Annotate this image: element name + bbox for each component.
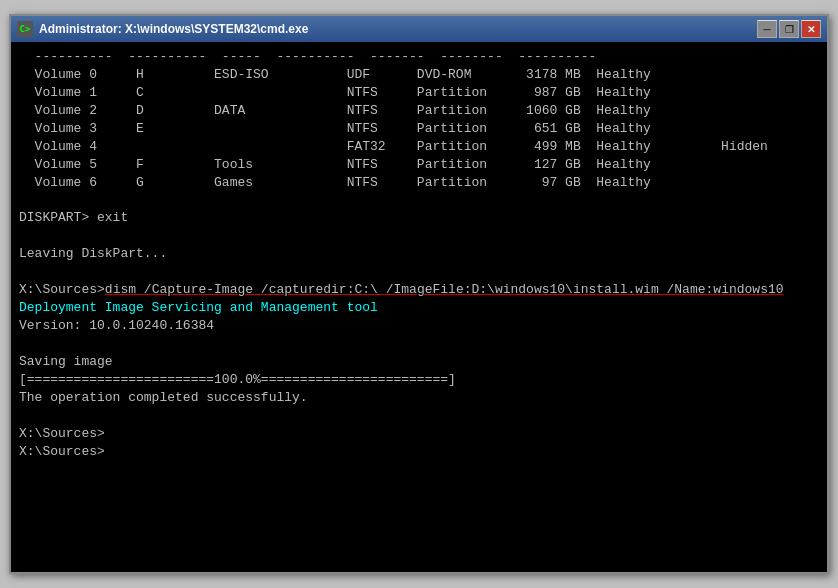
blank-1: [19, 192, 819, 210]
blank-3: [19, 263, 819, 281]
volume-row-4: Volume 4 FAT32 Partition 499 MB Healthy …: [19, 138, 819, 156]
diskpart-exit: DISKPART> exit: [19, 209, 819, 227]
volume-row-0: Volume 0 H ESD-ISO UDF DVD-ROM 3178 MB H…: [19, 66, 819, 84]
dism-command-line: X:\Sources>dism /Capture-Image /captured…: [19, 281, 819, 299]
volume-row-5: Volume 5 F Tools NTFS Partition 127 GB H…: [19, 156, 819, 174]
blank-5: [19, 407, 819, 425]
leaving-diskpart: Leaving DiskPart...: [19, 245, 819, 263]
window-title: Administrator: X:\windows\SYSTEM32\cmd.e…: [39, 22, 757, 36]
saving-line: Saving image: [19, 353, 819, 371]
dism-cmd: dism /Capture-Image /capturedir:C:\ /Ima…: [105, 282, 784, 297]
volume-row-3: Volume 3 E NTFS Partition 651 GB Healthy: [19, 120, 819, 138]
cmd-window: C> Administrator: X:\windows\SYSTEM32\cm…: [9, 14, 829, 574]
success-line: The operation completed successfully.: [19, 389, 819, 407]
volume-row-2: Volume 2 D DATA NTFS Partition 1060 GB H…: [19, 102, 819, 120]
minimize-button[interactable]: ─: [757, 20, 777, 38]
prompt-2: X:\Sources>: [19, 443, 819, 461]
volume-row-1: Volume 1 C NTFS Partition 987 GB Healthy: [19, 84, 819, 102]
progress-bar: [========================100.0%=========…: [19, 371, 819, 389]
dism-version: Version: 10.0.10240.16384: [19, 317, 819, 335]
window-controls: ─ ❐ ✕: [757, 20, 821, 38]
terminal-output: ---------- ---------- ----- ---------- -…: [11, 42, 827, 572]
volume-row-6: Volume 6 G Games NTFS Partition 97 GB He…: [19, 174, 819, 192]
restore-button[interactable]: ❐: [779, 20, 799, 38]
dism-prompt: X:\Sources>: [19, 282, 105, 297]
window-icon: C>: [17, 21, 33, 37]
separator-line: ---------- ---------- ----- ---------- -…: [19, 48, 819, 66]
close-button[interactable]: ✕: [801, 20, 821, 38]
title-bar[interactable]: C> Administrator: X:\windows\SYSTEM32\cm…: [11, 16, 827, 42]
dism-tool-line: Deployment Image Servicing and Managemen…: [19, 299, 819, 317]
blank-2: [19, 227, 819, 245]
blank-4: [19, 335, 819, 353]
prompt-1: X:\Sources>: [19, 425, 819, 443]
